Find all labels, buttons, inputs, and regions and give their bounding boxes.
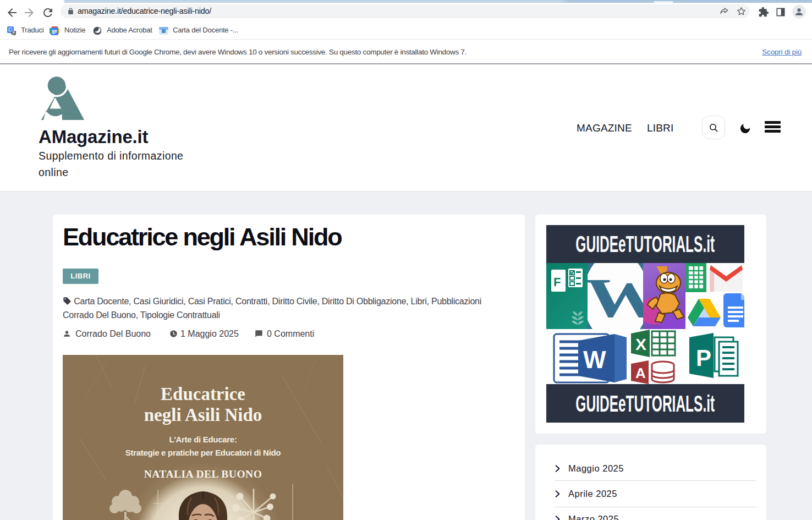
- svg-text:P: P: [696, 345, 711, 371]
- svg-text:W: W: [583, 346, 606, 373]
- svg-text:X: X: [635, 335, 646, 353]
- svg-text:A: A: [635, 365, 646, 381]
